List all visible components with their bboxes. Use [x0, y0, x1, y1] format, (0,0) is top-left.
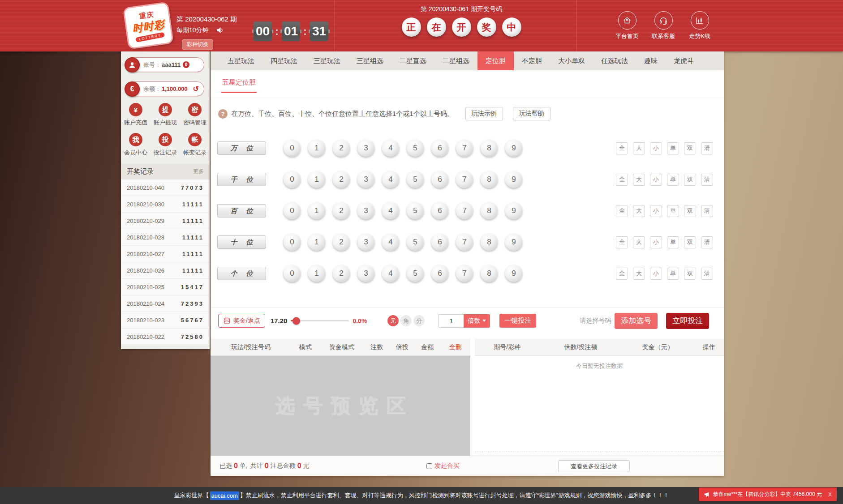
ball-row1-5[interactable]: 5: [407, 171, 424, 188]
rebate-slider[interactable]: [291, 320, 349, 321]
balance-pill[interactable]: € 余额： 1,100.000 ↺: [125, 81, 204, 96]
unit-角[interactable]: 角: [400, 315, 412, 326]
ball-row2-7[interactable]: 7: [456, 202, 473, 219]
subtab-five-star-position[interactable]: 五星定位胆: [221, 78, 257, 93]
ball-row3-6[interactable]: 6: [431, 234, 448, 251]
ball-row0-7[interactable]: 7: [456, 140, 473, 157]
ball-row0-4[interactable]: 4: [382, 140, 399, 157]
filter-双[interactable]: 双: [684, 174, 696, 186]
filter-清[interactable]: 清: [701, 174, 713, 186]
message-badge[interactable]: 0: [183, 61, 189, 68]
ball-row1-2[interactable]: 2: [333, 171, 350, 188]
tab-不定胆[interactable]: 不定胆: [514, 51, 550, 70]
filter-单[interactable]: 单: [667, 142, 679, 154]
ball-row3-3[interactable]: 3: [357, 234, 374, 251]
ball-row3-2[interactable]: 2: [333, 234, 350, 251]
filter-单[interactable]: 单: [667, 205, 679, 217]
switch-lottery-button[interactable]: 彩种切换: [182, 39, 213, 50]
ball-row4-3[interactable]: 3: [357, 265, 374, 282]
filter-双[interactable]: 双: [684, 205, 696, 217]
filter-大[interactable]: 大: [633, 268, 645, 280]
ball-row0-0[interactable]: 0: [284, 140, 301, 157]
ball-row3-8[interactable]: 8: [481, 234, 498, 251]
bonus-rebate-button[interactable]: 奖金/返点: [218, 314, 265, 328]
ball-row1-9[interactable]: 9: [505, 171, 522, 188]
slider-knob[interactable]: [292, 317, 300, 325]
filter-小[interactable]: 小: [650, 268, 662, 280]
ball-row3-0[interactable]: 0: [284, 234, 301, 251]
refresh-icon[interactable]: ↺: [193, 85, 199, 93]
view-more-bets-button[interactable]: 查看更多投注记录: [558, 460, 630, 472]
tab-大小单双[interactable]: 大小单双: [550, 51, 593, 70]
filter-清[interactable]: 清: [701, 236, 713, 248]
notice-close-button[interactable]: X: [828, 491, 832, 498]
filter-小[interactable]: 小: [650, 236, 662, 248]
ball-row1-8[interactable]: 8: [481, 171, 498, 188]
filter-双[interactable]: 双: [684, 236, 696, 248]
ball-row0-6[interactable]: 6: [431, 140, 448, 157]
filter-大[interactable]: 大: [633, 142, 645, 154]
coop-checkbox[interactable]: [426, 463, 432, 469]
ball-row4-0[interactable]: 0: [284, 265, 301, 282]
tab-三星组选[interactable]: 三星组选: [348, 51, 391, 70]
ball-row0-3[interactable]: 3: [357, 140, 374, 157]
filter-小[interactable]: 小: [650, 205, 662, 217]
coop-label[interactable]: 发起合买: [434, 462, 460, 470]
filter-小[interactable]: 小: [650, 174, 662, 186]
tab-二星组选[interactable]: 二星组选: [434, 51, 477, 70]
ball-row4-4[interactable]: 4: [382, 265, 399, 282]
bet-now-button[interactable]: 立即投注: [666, 313, 709, 329]
account-pill[interactable]: 账号： aaa111 0: [125, 57, 204, 72]
filter-大[interactable]: 大: [633, 174, 645, 186]
tab-定位胆[interactable]: 定位胆: [477, 51, 514, 70]
filter-全[interactable]: 全: [616, 236, 628, 248]
filter-单[interactable]: 单: [667, 236, 679, 248]
more-records-link[interactable]: 更多: [193, 168, 204, 175]
ball-row1-3[interactable]: 3: [357, 171, 374, 188]
play-example-button[interactable]: 玩法示例: [465, 107, 503, 120]
ball-row2-3[interactable]: 3: [357, 202, 374, 219]
ball-row2-9[interactable]: 9: [505, 202, 522, 219]
position-label-万位[interactable]: 万位: [217, 141, 266, 155]
ball-row2-1[interactable]: 1: [308, 202, 325, 219]
ball-row2-5[interactable]: 5: [407, 202, 424, 219]
filter-双[interactable]: 双: [684, 142, 696, 154]
sidebar-action-账户充值[interactable]: ¥账户充值: [121, 103, 151, 127]
tab-趣味[interactable]: 趣味: [636, 51, 666, 70]
ball-row3-1[interactable]: 1: [308, 234, 325, 251]
tab-四星玩法[interactable]: 四星玩法: [262, 51, 305, 70]
ball-row3-4[interactable]: 4: [382, 234, 399, 251]
tab-任选玩法[interactable]: 任选玩法: [593, 51, 636, 70]
sidebar-action-投注记录[interactable]: 投投注记录: [151, 133, 180, 157]
ball-row2-0[interactable]: 0: [284, 202, 301, 219]
filter-全[interactable]: 全: [616, 142, 628, 154]
ball-row4-1[interactable]: 1: [308, 265, 325, 282]
filter-双[interactable]: 双: [684, 268, 696, 280]
ball-row4-9[interactable]: 9: [505, 265, 522, 282]
speaker-icon[interactable]: [216, 26, 224, 34]
filter-清[interactable]: 清: [701, 268, 713, 280]
ball-row4-7[interactable]: 7: [456, 265, 473, 282]
filter-单[interactable]: 单: [667, 268, 679, 280]
nav-kline[interactable]: 走势K线: [685, 11, 714, 40]
ball-row3-7[interactable]: 7: [456, 234, 473, 251]
filter-清[interactable]: 清: [701, 142, 713, 154]
unit-分[interactable]: 分: [413, 315, 425, 326]
ball-row0-9[interactable]: 9: [505, 140, 522, 157]
sidebar-action-帐变记录[interactable]: 帐帐变记录: [180, 133, 210, 157]
preview-col-全删[interactable]: 全删: [440, 343, 470, 351]
sidebar-action-账户提现[interactable]: 提账户提现: [151, 103, 180, 127]
multiplier-input[interactable]: [438, 314, 464, 328]
ball-row2-8[interactable]: 8: [481, 202, 498, 219]
play-help-button[interactable]: 玩法帮助: [513, 107, 551, 120]
filter-清[interactable]: 清: [701, 205, 713, 217]
ball-row2-4[interactable]: 4: [382, 202, 399, 219]
tab-二星直选[interactable]: 二星直选: [391, 51, 434, 70]
tab-三星玩法[interactable]: 三星玩法: [305, 51, 348, 70]
ball-row4-5[interactable]: 5: [407, 265, 424, 282]
nav-home[interactable]: 平台首页: [613, 11, 641, 40]
filter-小[interactable]: 小: [650, 142, 662, 154]
ball-row3-9[interactable]: 9: [505, 234, 522, 251]
filter-大[interactable]: 大: [633, 205, 645, 217]
position-label-十位[interactable]: 十位: [217, 235, 266, 249]
